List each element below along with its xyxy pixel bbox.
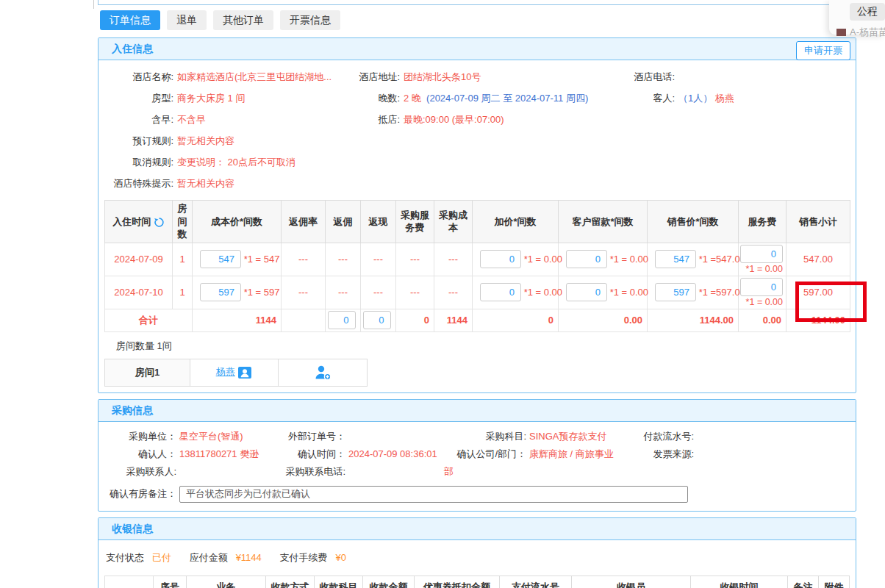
total-rebate-rate [282, 309, 326, 331]
col-rebate-rate: 返佣率 [282, 201, 326, 243]
col-serial: 支付流水号 [500, 576, 572, 588]
total-subtotal: 1144.00 [787, 309, 850, 331]
hotel-phone-label: 酒店电话: [622, 66, 675, 87]
guest-name: 杨燕 [715, 93, 734, 104]
cell-date: 2024-07-09 [105, 243, 173, 276]
pay-amount-value: ¥1144 [236, 552, 262, 563]
cost-price-input[interactable] [200, 283, 241, 301]
pay-amount-label: 应付金额 [190, 552, 228, 563]
confirm-time-value: 2024-07-09 08:36:01 [348, 448, 437, 459]
tab-invoice-info[interactable]: 开票信息 [280, 10, 340, 30]
widget-user-item[interactable]: A-杨苗苗 [836, 26, 885, 39]
panel-cashier-title: 收银信息 [112, 523, 153, 534]
col-checkin-date: 入住时间 [105, 201, 173, 243]
total-sale: 1144.00 [648, 309, 739, 331]
purchase-contact-label: 采购联系人: [98, 463, 176, 481]
pay-fee-value: ¥0 [335, 552, 345, 563]
top-divider [98, 4, 885, 5]
hotel-name-value: 如家精选酒店(北京三里屯团结湖地... [177, 71, 332, 82]
col-client-deposit: 客户留款*间数 [559, 201, 648, 243]
room-note-label: 确认有房备注： [98, 484, 176, 503]
tab-order-info[interactable]: 订单信息 [100, 10, 160, 30]
cost-price-input[interactable] [200, 250, 241, 268]
col-time: 收银时间 [691, 576, 788, 588]
confirm-time-label: 确认时间： [275, 445, 345, 463]
nights-label: 晚数: [343, 87, 400, 109]
col-attachment: 附件 [819, 576, 850, 588]
cell-purchase-cost: --- [434, 276, 473, 309]
confirm-company-label: 确认公司/部门： [444, 445, 526, 463]
cell-cashback: --- [361, 276, 396, 309]
sale-price-input[interactable] [655, 283, 696, 301]
col-remark: 备注 [788, 576, 819, 588]
refresh-icon[interactable] [154, 217, 165, 228]
contact-card-icon[interactable] [237, 365, 252, 380]
col-purchase-fee: 采购服务费 [396, 201, 434, 243]
total-markup: 0 [473, 309, 559, 331]
breakfast-label: 含早: [98, 109, 173, 130]
sale-calc: *1 =597.00 [699, 287, 745, 298]
widget-button[interactable]: 公程 [850, 3, 885, 21]
hotel-addr-value: 团结湖北头条10号 [404, 71, 481, 82]
breakfast-value: 不含早 [177, 114, 206, 125]
room-type-label: 房型: [98, 87, 173, 109]
arrival-label: 抵店: [343, 109, 400, 130]
nights-range: (2024-07-09 周二 至 2024-07-11 周四) [426, 93, 588, 104]
total-rebate-input[interactable] [328, 311, 356, 329]
purchase-contact-phone-label: 采购联系电话: [275, 463, 345, 481]
col-pay-method: 收款方式 [266, 576, 315, 588]
col-coupon: 优惠券抵扣金额 [415, 576, 500, 588]
service-fee-input[interactable] [740, 245, 783, 263]
payment-table-header-row: 支付明细 序号 业务 收款方式 收款科目 收款金额 优惠券抵扣金额 支付流水号 … [105, 576, 850, 588]
purchase-subject-value: SINGA预存款支付 [529, 431, 606, 442]
sale-calc: *1 =547.00 [699, 254, 745, 265]
col-business: 业务 [187, 576, 266, 588]
room-note-input[interactable] [179, 486, 688, 503]
room-name: 房间1 [105, 359, 190, 386]
guest-name-link[interactable]: 杨燕 [216, 366, 235, 377]
booking-rule-label: 预订规则: [98, 130, 173, 151]
total-cashback-input[interactable] [363, 311, 391, 329]
user-color-swatch-icon [836, 29, 846, 36]
hotel-addr-label: 酒店地址: [343, 66, 400, 87]
fee-calc: *1 = 0.00 [740, 297, 783, 307]
markup-input[interactable] [480, 250, 521, 268]
apply-invoice-button[interactable]: 申请开票 [796, 41, 850, 60]
col-cashier: 收银员 [572, 576, 691, 588]
widget-user-label: A-杨苗苗 [850, 26, 885, 39]
cell-rebate: --- [326, 276, 361, 309]
tab-other-orders[interactable]: 其他订单 [213, 10, 273, 30]
order-detail-page: 公程 A-杨苗苗 订单信息 退单 其他订单 开票信息 入住信息 申请开票 酒店名… [0, 0, 885, 588]
col-cashback: 返现 [361, 201, 396, 243]
cost-calc: *1 = 547 [244, 254, 280, 265]
markup-input[interactable] [480, 283, 521, 301]
total-deposit: 0.00 [559, 309, 648, 331]
panel-checkin-header: 入住信息 申请开票 [98, 38, 856, 60]
hotel-tip-label: 酒店特殊提示: [98, 173, 173, 194]
markup-calc: *1 = 0.00 [524, 287, 562, 298]
service-fee-input[interactable] [740, 278, 783, 296]
fee-calc: *1 = 0.00 [740, 264, 783, 274]
panel-cashier: 收银信息 支付状态已付 应付金额¥1144 支付手续费¥0 支付明细 序号 业务… [98, 517, 856, 588]
col-cost-price: 成本价*间数 [193, 201, 282, 243]
guest-count: （1人） [678, 93, 712, 104]
checkin-info: 酒店名称:如家精选酒店(北京三里屯团结湖地... 酒店地址:团结湖北头条10号 … [98, 60, 856, 197]
guest-label: 客人: [622, 87, 675, 109]
top-divider-corner [98, 0, 98, 5]
pay-fee-label: 支付手续费 [279, 552, 327, 563]
deposit-input[interactable] [566, 250, 607, 268]
panel-cashier-header: 收银信息 [98, 518, 856, 540]
pay-status-label: 支付状态 [106, 552, 144, 563]
cell-date: 2024-07-10 [105, 276, 173, 309]
invoice-source-label: 发票来源: [620, 445, 694, 463]
deposit-input[interactable] [566, 283, 607, 301]
cell-rooms: 1 [173, 243, 193, 276]
sale-price-input[interactable] [655, 250, 696, 268]
purchase-info: 采购单位：星空平台(智通) 外部订单号： 采购科目:SINGA预存款支付 付款流… [98, 422, 856, 511]
cell-purchase-fee: --- [396, 276, 434, 309]
total-row: 合计 1144 0 1144 0 0.00 1144.00 0.00 1144.… [105, 309, 850, 331]
room-count-label: 房间数量 1间 [116, 340, 856, 353]
floating-widget: 公程 A-杨苗苗 [829, 0, 885, 35]
tab-refund[interactable]: 退单 [167, 10, 207, 30]
add-guest-icon[interactable] [314, 365, 332, 381]
